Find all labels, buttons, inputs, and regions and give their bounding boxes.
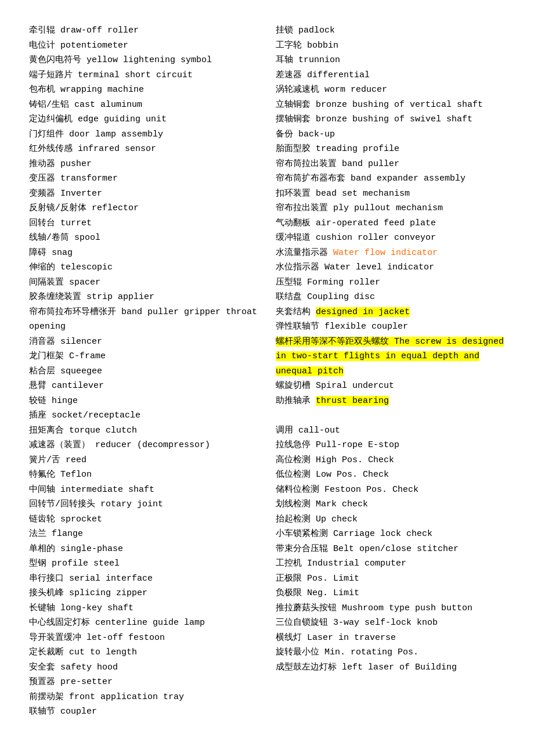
term-item: 旋转最小位 Min. rotating Pos. — [276, 645, 505, 660]
term-item: 气动翻板 air-operated feed plate — [276, 216, 505, 231]
term-item: 助推轴承 thrust bearing — [276, 394, 505, 409]
term-item: 较链 hinge — [29, 394, 258, 409]
term-item: 安全套 safety hood — [29, 660, 258, 675]
term-item: 夹套结构 designed in jacket — [276, 305, 505, 320]
term-item: 摆轴铜套 bronze bushing of swivel shaft — [276, 112, 505, 127]
term-item: 反射镜/反射体 reflector — [29, 201, 258, 216]
term-item: 压型辊 Forming roller — [276, 275, 505, 290]
term-item: 涡轮减速机 worm reducer — [276, 82, 505, 98]
term-item: 粘合层 squeegee — [29, 364, 258, 379]
term-item: 间隔装置 spacer — [29, 275, 258, 290]
term-item: 小车锁紧检测 Carriage lock check — [276, 527, 505, 542]
term-item: 黄色闪电符号 yellow lightening symbol — [29, 53, 258, 68]
term-item: 三位自锁旋钮 3-way self-lock knob — [276, 615, 505, 631]
term-item: 帘布筒扩布器布套 band expander assembly — [276, 171, 505, 186]
term-item: 螺杆采用等深不等距双头螺纹 The screw is designed in t… — [276, 334, 505, 379]
zh-text: 水流量指示器 — [276, 248, 333, 258]
term-item: 正极限 Pos. Limit — [276, 571, 505, 586]
term-item: 长键轴 long-key shaft — [29, 601, 258, 616]
term-item: 电位计 potentiometer — [29, 38, 258, 53]
main-content: 牵引辊 draw-off roller电位计 potentiometer黄色闪电… — [29, 23, 505, 719]
term-item: 型钢 profile steel — [29, 556, 258, 571]
term-item: 备份 back-up — [276, 127, 505, 142]
term-item: 抬起检测 Up check — [276, 512, 505, 527]
term-item: 悬臂 cantilever — [29, 379, 258, 394]
term-item: 预置器 pre-setter — [29, 675, 258, 690]
term-item: 牵引辊 draw-off roller — [29, 23, 258, 38]
term-item: 弹性联轴节 flexible coupler — [276, 319, 505, 334]
term-item: 法兰 flange — [29, 527, 258, 542]
term-item: 成型鼓左边灯标 left laser of Building — [276, 660, 505, 675]
term-item: 胶条缠绕装置 strip applier — [29, 290, 258, 305]
term-item: 定长裁断 cut to length — [29, 645, 258, 660]
term-item: 特氟伦 Teflon — [29, 467, 258, 483]
term-item: 帘布拉出装置 ply pullout mechanism — [276, 201, 505, 216]
term-item: 帘布筒拉布环导槽张开 band puller gripper throat op… — [29, 305, 258, 334]
term-item: 串行接口 serial interface — [29, 571, 258, 586]
term-item: 水位指示器 Water level indicator — [276, 260, 505, 275]
en-text-orange: Water flow indicator — [333, 248, 438, 258]
zh-text: 助推轴承 — [276, 396, 316, 406]
term-item: 回转节/回转接头 rotary joint — [29, 497, 258, 512]
term-item: 中间轴 intermediate shaft — [29, 483, 258, 498]
term-item: 定边纠偏机 edge guiding unit — [29, 112, 258, 127]
term-item: 前摆动架 front application tray — [29, 690, 258, 705]
term-item: 接头机峰 splicing zipper — [29, 586, 258, 601]
en-text-highlighted: designed in jacket — [316, 307, 410, 317]
term-item: 包布机 wrapping machine — [29, 82, 258, 98]
term-item: 水流量指示器 Water flow indicator — [276, 246, 505, 261]
term-item: 低位检测 Low Pos. Check — [276, 467, 505, 483]
term-item: 减速器（装置） reducer (decompressor) — [29, 438, 258, 453]
term-item: 缓冲辊道 cushion roller conveyor — [276, 231, 505, 246]
term-item: 中心线固定灯标 centerline guide lamp — [29, 615, 258, 631]
term-item: 横线灯 Laser in traverse — [276, 631, 505, 646]
term-item: 推动器 pusher — [29, 157, 258, 172]
term-item: 单相的 single-phase — [29, 542, 258, 557]
term-item: 簧片/舌 reed — [29, 453, 258, 468]
term-item: 伸缩的 telescopic — [29, 260, 258, 275]
term-item: 帘布筒拉出装置 band puller — [276, 157, 505, 172]
term-item: 工字轮 bobbin — [276, 38, 505, 53]
term-item: 联结盘 Coupling disc — [276, 290, 505, 305]
term-item: 工控机 Industrial computer — [276, 556, 505, 571]
term-item: 扣环装置 bead set mechanism — [276, 186, 505, 201]
term-item: 差速器 differential — [276, 68, 505, 83]
term-item: 扭矩离合 torque clutch — [29, 423, 258, 438]
term-item: 螺旋切槽 Spiral undercut — [276, 379, 505, 394]
term-item: 红外线传感 infrared sensor — [29, 142, 258, 157]
term-item: 带束分合压辊 Belt open/close stitcher — [276, 542, 505, 557]
term-item: 端子短路片 terminal short circuit — [29, 68, 258, 83]
term-item: 调用 call-out — [276, 423, 505, 438]
term-item: 障碍 snag — [29, 246, 258, 261]
term-item: 链齿轮 sprocket — [29, 512, 258, 527]
term-item: 线轴/卷筒 spool — [29, 231, 258, 246]
right-column: 挂锁 padlock工字轮 bobbin耳轴 trunnion差速器 diffe… — [276, 23, 505, 719]
term-item: 变频器 Inverter — [29, 186, 258, 201]
term-item: 导开装置缓冲 let-off festoon — [29, 631, 258, 646]
term-item: 变压器 transformer — [29, 171, 258, 186]
left-column: 牵引辊 draw-off roller电位计 potentiometer黄色闪电… — [29, 23, 258, 719]
term-item: 联轴节 coupler — [29, 704, 258, 719]
term-item: 龙门框架 C-frame — [29, 349, 258, 364]
term-item: 划线检测 Mark check — [276, 497, 505, 512]
term-item: 拉线急停 Pull-rope E-stop — [276, 438, 505, 453]
term-item: 耳轴 trunnion — [276, 53, 505, 68]
term-item: 胎面型胶 treading profile — [276, 142, 505, 157]
term-item: 挂锁 padlock — [276, 23, 505, 38]
en-text-highlighted: thrust bearing — [316, 396, 389, 406]
term-item: 储料位检测 Festoon Pos. Check — [276, 483, 505, 498]
term-item: 回转台 turret — [29, 216, 258, 231]
highlighted-text: 螺杆采用等深不等距双头螺纹 The screw is designed in t… — [276, 337, 504, 376]
term-item: 插座 socket/receptacle — [29, 408, 258, 423]
term-item: 高位检测 High Pos. Check — [276, 453, 505, 468]
zh-text: 夹套结构 — [276, 307, 316, 317]
term-item: 负极限 Neg. Limit — [276, 586, 505, 601]
term-item: 推拉蘑菇头按钮 Mushroom type push button — [276, 601, 505, 616]
term-item: 铸铝/生铝 cast aluminum — [29, 98, 258, 113]
term-item: 消音器 silencer — [29, 334, 258, 350]
term-item: 立轴铜套 bronze bushing of vertical shaft — [276, 98, 505, 113]
term-item: 门灯组件 door lamp assembly — [29, 127, 258, 142]
